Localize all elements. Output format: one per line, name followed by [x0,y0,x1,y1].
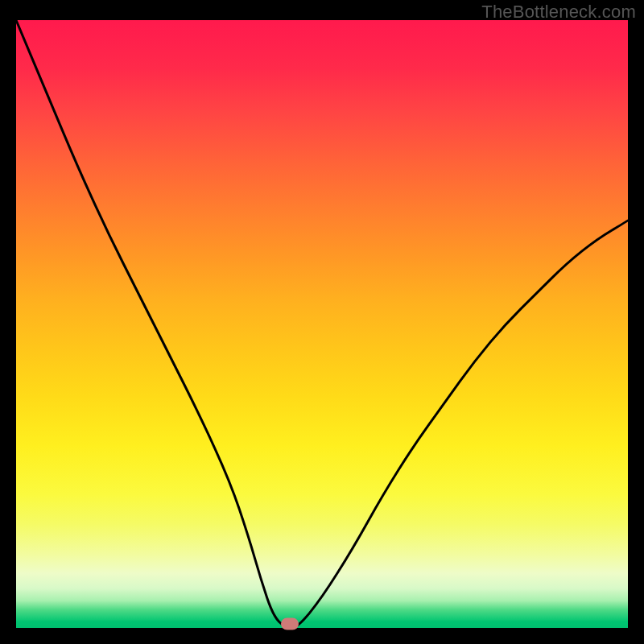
bottleneck-curve [16,20,628,628]
curve-svg [16,20,628,628]
chart-frame: TheBottleneck.com [0,0,644,644]
plot-area [16,20,628,628]
valley-marker [281,618,299,630]
watermark-text: TheBottleneck.com [481,2,636,23]
